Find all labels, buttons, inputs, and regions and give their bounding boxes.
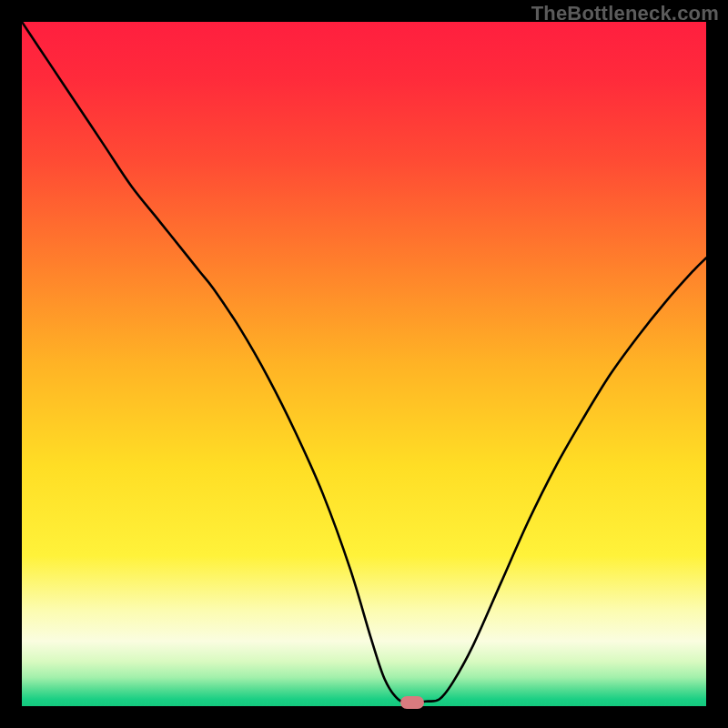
watermark-text: TheBottleneck.com (531, 2, 719, 25)
chart-frame: TheBottleneck.com (0, 0, 728, 728)
gradient-background (22, 22, 706, 706)
bottleneck-chart (22, 22, 706, 706)
optimum-marker (400, 696, 424, 709)
